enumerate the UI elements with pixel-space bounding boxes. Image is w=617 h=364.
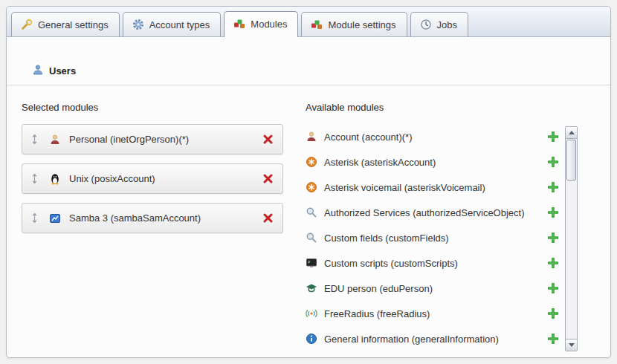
available-module-label: Authorized Services (authorizedServiceOb… (324, 207, 525, 218)
magnifier-icon (306, 232, 317, 244)
drag-handle-icon[interactable] (31, 173, 38, 184)
drag-handle-icon[interactable] (31, 212, 38, 224)
add-module-button[interactable] (548, 131, 558, 142)
selected-module-label: Personal (inetOrgPerson)(*) (69, 134, 189, 145)
scroll-down-button[interactable] (566, 339, 577, 351)
magnifier-icon (306, 207, 317, 218)
clock-icon (420, 19, 432, 30)
available-module-label: FreeRadius (freeRadius) (324, 308, 430, 319)
add-module-button[interactable] (548, 207, 558, 218)
available-module-label: Asterisk (asteriskAccount) (324, 157, 436, 168)
remove-module-button[interactable] (262, 173, 274, 184)
modules-icon (311, 19, 323, 30)
arrow-up-icon (569, 131, 575, 134)
drag-handle-icon[interactable] (31, 134, 38, 145)
selected-module-row[interactable]: Samba 3 (sambaSamAccount) (22, 203, 283, 233)
add-module-button[interactable] (548, 157, 558, 167)
asterisk-icon (306, 181, 317, 193)
selected-module-label: Samba 3 (sambaSamAccount) (69, 212, 201, 224)
available-modules-heading: Available modules (306, 102, 595, 113)
user-icon (32, 64, 44, 78)
scrollbar-thumb[interactable] (566, 140, 576, 181)
account-type-header: Users (32, 37, 595, 85)
edu-icon (306, 282, 317, 294)
person-icon (49, 134, 61, 146)
available-module-label: Custom fields (customFields) (324, 233, 449, 244)
available-modules-list: Account (account)(*) Asterisk (asteriskA… (306, 124, 595, 351)
available-module-row: Asterisk voicemail (asteriskVoicemail) (306, 175, 558, 200)
tab-account-types[interactable]: Account types (123, 12, 222, 36)
available-module-row: EDU person (eduPerson) (306, 276, 558, 301)
available-modules-column: Available modules Account (account)(*) (306, 102, 595, 351)
available-module-row: General information (generalInformation) (306, 326, 558, 351)
terminal-icon (306, 257, 317, 269)
available-module-label: Asterisk voicemail (asteriskVoicemail) (324, 182, 485, 193)
gear-icon (132, 19, 144, 30)
samba-icon (49, 212, 61, 224)
available-module-label: Custom scripts (customScripts) (324, 258, 458, 269)
modules-columns: Selected modules Personal (inetOrgPerson… (22, 102, 595, 351)
available-module-label: EDU person (eduPerson) (324, 283, 433, 294)
info-icon (306, 333, 317, 345)
modules-icon (233, 18, 245, 30)
remove-module-button[interactable] (262, 134, 274, 145)
tab-module-settings[interactable]: Module settings (301, 12, 407, 36)
tab-jobs[interactable]: Jobs (410, 12, 468, 36)
available-module-row: Authorized Services (authorizedServiceOb… (306, 200, 558, 225)
add-module-button[interactable] (548, 308, 558, 319)
available-module-row: Custom scripts (customScripts) (306, 250, 558, 276)
add-module-button[interactable] (548, 182, 558, 192)
tab-label: Jobs (437, 19, 457, 30)
tab-label: Modules (251, 19, 287, 30)
available-modules-scrollbar[interactable] (565, 126, 578, 351)
available-module-row: FreeRadius (freeRadius) (306, 301, 558, 326)
available-module-row: Asterisk (asteriskAccount) (306, 149, 558, 175)
add-module-button[interactable] (548, 258, 558, 268)
add-module-button[interactable] (548, 334, 558, 344)
tools-icon (21, 19, 33, 30)
person-icon (306, 131, 317, 143)
modules-panel: Users Selected modules Personal (inetOrg… (7, 37, 610, 358)
tab-modules[interactable]: Modules (224, 11, 298, 37)
selected-module-row[interactable]: Unix (posixAccount) (22, 163, 283, 194)
tab-label: Module settings (328, 19, 395, 30)
add-module-button[interactable] (548, 233, 558, 243)
tux-icon (49, 173, 61, 185)
add-module-button[interactable] (548, 283, 558, 293)
remove-module-button[interactable] (262, 212, 274, 224)
available-module-label: Account (account)(*) (324, 131, 413, 143)
available-module-label: General information (generalInformation) (324, 334, 499, 345)
lam-configuration-window: General settings Account types Modules M… (6, 6, 611, 358)
tab-bar: General settings Account types Modules M… (7, 7, 610, 37)
tab-label: General settings (38, 19, 109, 30)
scroll-up-button[interactable] (566, 127, 577, 139)
asterisk-icon (306, 156, 317, 168)
tab-label: Account types (149, 19, 210, 30)
available-module-row: Custom fields (customFields) (306, 225, 558, 250)
header-divider (7, 85, 610, 85)
available-module-row: Account (account)(*) (306, 124, 558, 149)
selected-module-row[interactable]: Personal (inetOrgPerson)(*) (22, 124, 283, 155)
selected-modules-column: Selected modules Personal (inetOrgPerson… (22, 102, 283, 351)
tab-general-settings[interactable]: General settings (11, 12, 120, 36)
radio-icon (306, 308, 317, 319)
selected-module-label: Unix (posixAccount) (69, 173, 155, 184)
arrow-down-icon (569, 343, 575, 347)
selected-modules-heading: Selected modules (22, 102, 283, 113)
section-title: Users (49, 65, 76, 77)
